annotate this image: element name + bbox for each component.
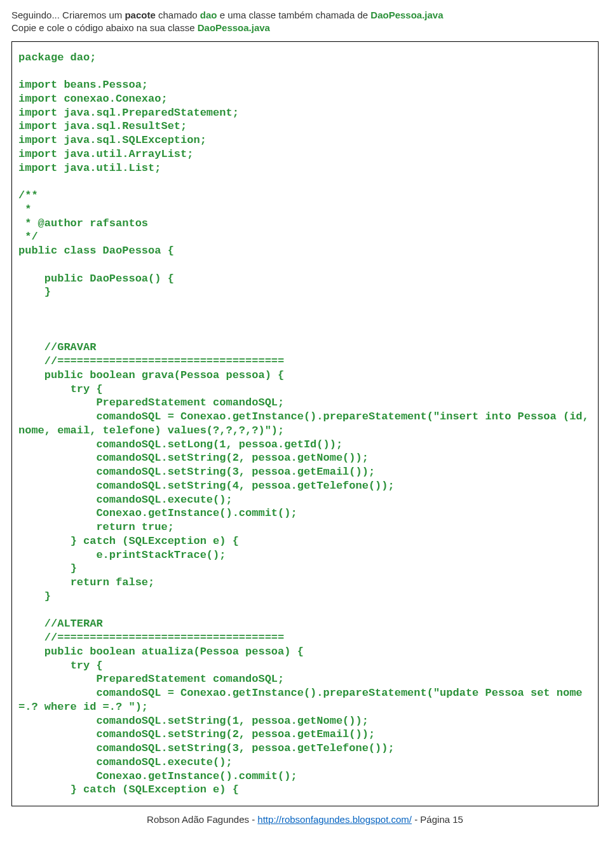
page-footer: Robson Adão Fagundes - http://robsonfagu… — [11, 814, 599, 825]
footer-page: - Página 15 — [412, 814, 463, 825]
intro-green-daopessoa2: DaoPessoa.java — [198, 22, 270, 33]
intro-green-dao: dao — [200, 10, 217, 20]
code-block: package dao; import beans.Pessoa; import… — [11, 41, 599, 807]
intro-text-3: chamado — [156, 10, 200, 20]
footer-link[interactable]: http://robsonfagundes.blogspot.com/ — [257, 814, 412, 825]
intro-paragraph: Seguindo... Criaremos um pacote chamado … — [11, 9, 599, 35]
intro-green-daopessoa1: DaoPessoa.java — [370, 10, 443, 20]
intro-text-5: e uma classe também chamada de — [217, 10, 371, 20]
intro-text-7: Copie e cole o código abaixo na sua clas… — [11, 22, 198, 33]
intro-text-1: Seguindo... Criaremos um — [11, 10, 125, 20]
footer-author: Robson Adão Fagundes - — [147, 814, 257, 825]
intro-bold-pacote: pacote — [125, 10, 155, 20]
